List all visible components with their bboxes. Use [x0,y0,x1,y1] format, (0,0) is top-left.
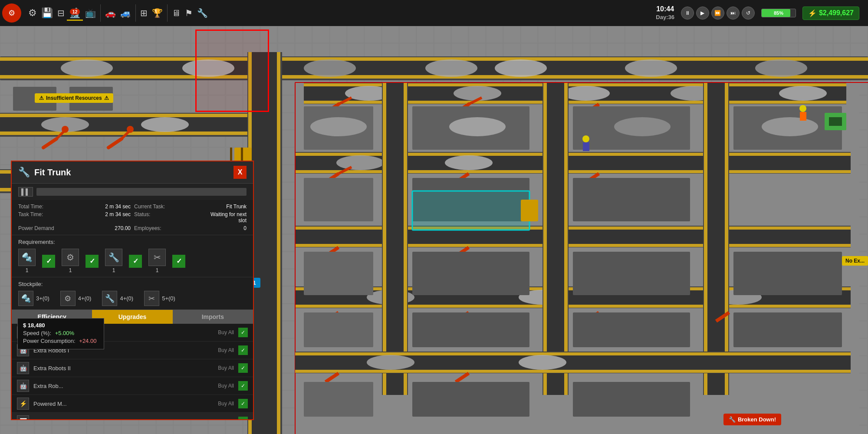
upgrades-list: 🔺 Active Spoiler Buy All ✓ 🤖 Extra Robot… [12,324,253,419]
svg-rect-64 [404,82,407,395]
svg-rect-72 [725,82,728,395]
upgrade-item-powered[interactable]: ⚡ Powered M... Buy All ✓ [12,395,253,413]
task-time-label: Task Time: [18,211,83,224]
tab-upgrades[interactable]: Upgrades [92,310,172,324]
battery-bar-outer: 85% [761,9,796,17]
toolbar-tools[interactable]: 🔧 [195,6,210,20]
employees-value: 0 [203,225,247,231]
stockpile-row: 🔩 3+(0) ⚙ 4+(0) 🔧 4+(0) ✂ 5+(0) [18,291,247,306]
skip-btn[interactable]: ⏭ [727,7,740,20]
stockpile-item-4: ✂ 5+(0) [144,291,175,306]
requirement-3: 🔧 1 [105,249,122,273]
requirement-2: ⚙ 1 [62,249,79,273]
req-icon-3: 🔧 [105,249,122,266]
stockpile-count-2: 4+(0) [78,295,92,302]
pause-btn[interactable]: ⏸ [681,7,694,20]
current-task-label: Current Task: [134,204,199,210]
svg-rect-65 [386,82,404,395]
svg-rect-69 [547,82,564,395]
buy-all-btn-6[interactable]: Buy All [218,418,234,419]
toolbar-layers[interactable]: ⊟ [55,6,67,20]
panel-header: 🔧 Fit Trunk X [12,161,253,184]
power-demand-value: 270.00 [87,225,131,231]
toolbar-flag[interactable]: ⚑ [183,6,195,20]
panel-title: 🔧 Fit Trunk [18,167,71,178]
panel-title-icon: 🔧 [18,167,30,178]
svg-point-112 [310,117,367,136]
gear-icon: ⚙ [28,7,37,19]
layers-icon: ⊟ [57,8,65,18]
stockpile-item-2: ⚙ 4+(0) [60,291,92,306]
svg-rect-102 [304,252,373,295]
upgrade-item-extra-robots-1[interactable]: 🤖 Extra Robots I Buy All ✓ [12,342,253,359]
time-value: 10:44 [656,5,674,14]
monitor-icon: 🖥 [172,8,181,18]
svg-rect-52 [295,227,851,230]
toolbar-tv[interactable]: 📺 [83,6,98,20]
total-time-value: 2 m 34 sec [87,204,131,210]
svg-rect-33 [277,52,280,434]
panel-pause-button[interactable]: ▌▌ [18,187,33,197]
toolbar-settings[interactable]: ⚙ [26,5,39,21]
upgrade-icon-6: 📊 [17,415,29,419]
svg-rect-117 [583,142,589,151]
requirements-row: 🔩 1 ✓ ⚙ 1 ✓ 🔧 1 ✓ ✂ 1 ✓ [18,249,247,273]
req-count-2: 1 [69,267,72,273]
tab-efficiency[interactable]: Efficiency [12,310,92,324]
play-btn[interactable]: ▶ [696,7,709,20]
toolbar-grid[interactable]: ⊞ [138,6,150,20]
upgrade-icon-3: 🤖 [17,362,29,374]
power-demand-label: Power Demand [18,225,83,231]
svg-rect-46 [295,153,851,156]
loop-btn[interactable]: ↺ [742,7,755,20]
panel-close-button[interactable]: X [233,166,247,179]
fast-forward-btn[interactable]: ⏩ [711,7,724,20]
upgrade-icon-1: 🔺 [17,326,29,339]
svg-rect-104 [573,252,690,295]
svg-point-116 [582,135,589,142]
top-right-hud: 10:44 Day:36 ⏸ ▶ ⏩ ⏭ ↺ 85% ⚡ $2,499,627 [656,0,868,26]
buy-all-btn-5[interactable]: Buy All [218,401,234,407]
stockpile-count-4: 5+(0) [162,295,175,302]
req-icon-4: ✂ [148,249,166,266]
requirements-section: Requirements: 🔩 1 ✓ ⚙ 1 ✓ 🔧 1 ✓ ✂ [12,235,253,277]
buy-all-btn-1[interactable]: Buy All [218,329,234,335]
employees-label: Employees: [134,225,199,231]
svg-point-129 [519,355,566,370]
buy-all-btn-2[interactable]: Buy All [218,347,234,353]
tab-imports[interactable]: Imports [173,310,253,324]
svg-point-24 [141,117,189,132]
svg-rect-142 [573,382,690,417]
upgrade-item-predictive[interactable]: 📊 Predictive Buy All ✓ [12,413,253,419]
upgrade-item-extra-robots-2[interactable]: 🤖 Extra Robots II Buy All ✓ [12,359,253,377]
svg-point-115 [762,117,818,136]
logo-button[interactable]: ⚙ [2,3,21,23]
svg-rect-125 [295,352,851,355]
svg-rect-73 [707,82,725,395]
buy-all-btn-3[interactable]: Buy All [218,365,234,371]
upgrade-name-1: Active Spoiler [33,329,214,336]
upgrade-name-4: Extra Rob... [33,383,214,389]
toolbar-research[interactable]: 🔬 12 [67,5,83,21]
toolbar-monitor[interactable]: 🖥 [170,6,183,20]
toolbar-car[interactable]: 🚙 [118,6,133,20]
upgrade-item-extra-robots-3[interactable]: 🤖 Extra Rob... Buy All ✓ [12,377,253,395]
svg-rect-111 [521,200,538,221]
stockpile-label: Stockpile: [18,281,247,287]
broken-down-button[interactable]: 🔧 Broken Down! [723,414,781,425]
svg-point-128 [367,355,414,370]
upgrade-check-5: ✓ [238,399,248,408]
toolbar-save[interactable]: 💾 [39,5,55,21]
upgrade-item-active-spoiler[interactable]: 🔺 Active Spoiler Buy All ✓ [12,324,253,342]
current-task-value: Fit Trunk [203,204,247,210]
buy-all-btn-4[interactable]: Buy All [218,383,234,389]
svg-rect-101 [573,178,690,221]
toolbar-car-sales[interactable]: 🚗 [103,6,118,20]
tools-icon: 🔧 [197,8,208,18]
toolbar-trophy[interactable]: 🏆 [150,6,165,20]
svg-point-44 [779,86,827,101]
svg-rect-140 [304,382,373,417]
fit-trunk-panel: 🔧 Fit Trunk X ▌▌ Total Time: 2 m 34 sec … [11,161,254,420]
upgrade-icon-5: ⚡ [17,398,29,410]
stockpile-icon-4: ✂ [144,291,159,306]
